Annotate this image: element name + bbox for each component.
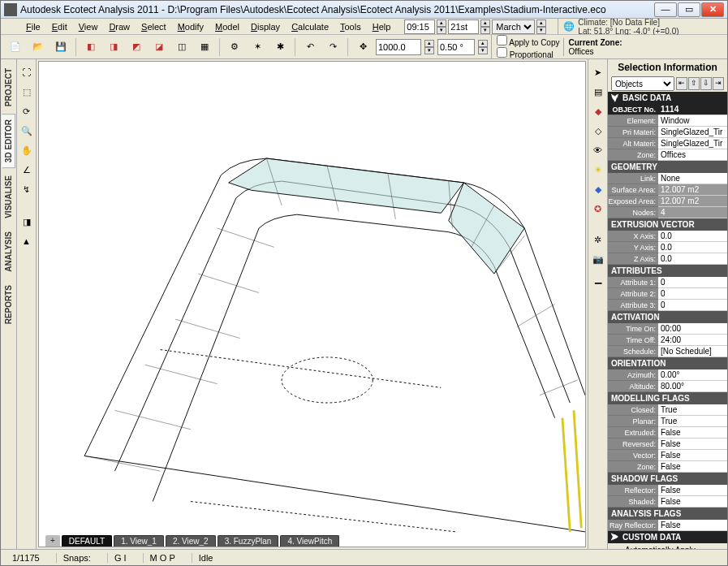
open-button[interactable]: 📂 bbox=[28, 37, 48, 57]
close-button[interactable]: ✕ bbox=[701, 2, 724, 17]
page-tab-reports[interactable]: REPORTS bbox=[2, 279, 15, 330]
tool-button[interactable]: ◧ bbox=[81, 37, 101, 57]
menu-select[interactable]: Select bbox=[136, 20, 172, 33]
axes-button[interactable]: ↯ bbox=[19, 181, 35, 197]
panel-button[interactable]: 📷 bbox=[590, 251, 606, 267]
page-tab-analysis[interactable]: ANALYSIS bbox=[2, 226, 15, 278]
last-button[interactable]: ⇥ bbox=[713, 77, 724, 90]
section-basic[interactable]: ⮟BASIC DATA bbox=[608, 92, 727, 104]
minimize-button[interactable]: — bbox=[654, 2, 677, 17]
tool-button[interactable]: ◩ bbox=[127, 37, 146, 57]
section-activation[interactable]: ACTIVATION bbox=[608, 311, 727, 323]
move-button[interactable]: ✥ bbox=[353, 37, 373, 57]
panel-button[interactable]: ▤ bbox=[590, 84, 606, 100]
time-input[interactable] bbox=[404, 19, 435, 34]
panel-button[interactable]: ◆ bbox=[590, 181, 606, 197]
distance-input[interactable] bbox=[376, 39, 421, 55]
redo-button[interactable]: ↷ bbox=[323, 37, 342, 57]
fit-button[interactable]: ⛶ bbox=[19, 64, 35, 80]
menu-help[interactable]: Help bbox=[367, 20, 397, 33]
3d-viewport[interactable]: + DEFAULT 1. View_12. View_23. FuzzyPlan… bbox=[38, 61, 586, 547]
element-value[interactable]: Window bbox=[658, 115, 727, 127]
spin-up[interactable]: ▴ bbox=[536, 19, 546, 27]
spin-up[interactable]: ▴ bbox=[480, 19, 490, 27]
measure-button[interactable]: ∠ bbox=[19, 162, 35, 178]
menu-file[interactable]: File bbox=[20, 20, 46, 33]
tool-button[interactable]: ⚙ bbox=[225, 37, 244, 57]
pan-button[interactable]: ✋ bbox=[19, 142, 35, 158]
panel-button[interactable]: ✲ bbox=[590, 231, 606, 248]
spin-down[interactable]: ▾ bbox=[536, 27, 546, 34]
section-attributes[interactable]: ATTRIBUTES bbox=[608, 265, 727, 277]
zoom-button[interactable]: 🔍 bbox=[19, 123, 35, 139]
tool-button[interactable]: ◫ bbox=[172, 37, 192, 57]
page-tab-3d-editor[interactable]: 3D EDITOR bbox=[2, 114, 15, 168]
gear-icon: ✲ bbox=[594, 235, 601, 245]
panel-button[interactable]: ✪ bbox=[590, 201, 606, 217]
section-orientation[interactable]: ORIENTATION bbox=[608, 357, 727, 369]
menu-calculate[interactable]: Calculate bbox=[286, 20, 334, 33]
prev-button[interactable]: ⇧ bbox=[688, 77, 700, 90]
panel-button[interactable]: 👁 bbox=[590, 142, 606, 158]
render-button[interactable]: ▲ bbox=[19, 233, 35, 249]
menu-view[interactable]: View bbox=[73, 20, 104, 33]
gi-toggle[interactable]: G I bbox=[107, 553, 133, 563]
altmat-value[interactable]: SingleGlazed_Tir bbox=[658, 138, 727, 149]
panel-button[interactable]: ◆ bbox=[590, 103, 606, 119]
spin-up[interactable]: ▴ bbox=[437, 19, 446, 27]
spin-down[interactable]: ▾ bbox=[480, 27, 490, 34]
menu-model[interactable]: Model bbox=[209, 20, 245, 33]
svg-line-16 bbox=[517, 305, 555, 327]
page-tab-project[interactable]: PROJECT bbox=[2, 63, 15, 112]
day-input[interactable] bbox=[448, 19, 479, 34]
menu-draw[interactable]: Draw bbox=[103, 20, 136, 33]
pointer-button[interactable]: ➤ bbox=[590, 64, 606, 80]
snaps-label: Snaps: bbox=[56, 553, 97, 563]
panel-button[interactable]: ☀ bbox=[590, 162, 606, 178]
section-custom[interactable]: ⮞CUSTOM DATA bbox=[608, 531, 727, 543]
tool-button[interactable]: ▦ bbox=[195, 37, 214, 57]
proportional-check[interactable]: Proportional bbox=[497, 50, 554, 59]
render-button[interactable]: ◨ bbox=[19, 214, 35, 230]
tool-button[interactable]: ✶ bbox=[248, 37, 267, 57]
section-modelflags[interactable]: MODELLING FLAGS bbox=[608, 392, 727, 404]
maximize-button[interactable]: ▭ bbox=[678, 2, 700, 17]
section-analysisflags[interactable]: ANALYSIS FLAGS bbox=[608, 508, 727, 520]
selection-type-select[interactable]: Objects bbox=[611, 76, 674, 91]
menu-display[interactable]: Display bbox=[245, 20, 286, 33]
save-button[interactable]: 💾 bbox=[51, 37, 71, 57]
spin-down[interactable]: ▾ bbox=[437, 27, 446, 34]
menu-edit[interactable]: Edit bbox=[46, 20, 73, 33]
view-tab[interactable]: 2. View_2 bbox=[166, 535, 216, 547]
panel-button[interactable]: ▁ bbox=[590, 270, 606, 287]
menu-tools[interactable]: Tools bbox=[334, 20, 367, 33]
add-view-tab[interactable]: + bbox=[45, 535, 60, 547]
view-tab[interactable]: 3. FuzzyPlan bbox=[218, 535, 279, 547]
section-shadowflags[interactable]: SHADOW FLAGS bbox=[608, 473, 727, 485]
zone-value[interactable]: Offices bbox=[658, 149, 727, 161]
apply-to-copy-check[interactable]: Apply to Copy bbox=[497, 38, 560, 47]
tool-button[interactable]: ◪ bbox=[149, 37, 169, 57]
panel-button[interactable]: ◇ bbox=[590, 123, 606, 139]
tool-button[interactable]: ◨ bbox=[104, 37, 123, 57]
section-geometry[interactable]: GEOMETRY bbox=[608, 161, 727, 173]
primat-value[interactable]: SingleGlazed_Tir bbox=[658, 127, 727, 138]
next-button[interactable]: ⇩ bbox=[700, 77, 712, 90]
camera-icon: 📷 bbox=[592, 254, 604, 265]
first-button[interactable]: ⇤ bbox=[676, 77, 687, 90]
select-button[interactable]: ⬚ bbox=[19, 84, 35, 100]
angle-input[interactable] bbox=[437, 39, 475, 55]
mop-toggle[interactable]: M O P bbox=[143, 553, 182, 563]
page-tab-visualise[interactable]: VISUALISE bbox=[2, 170, 15, 224]
menu-modify[interactable]: Modify bbox=[172, 20, 209, 33]
section-extrusion[interactable]: EXTRUSION VECTOR bbox=[608, 218, 727, 231]
undo-button[interactable]: ↶ bbox=[300, 37, 320, 57]
viewport-toolbar: ⛶ ⬚ ⟳ 🔍 ✋ ∠ ↯ ◨ ▲ bbox=[17, 59, 37, 549]
orbit-button[interactable]: ⟳ bbox=[19, 103, 35, 119]
tool-button[interactable]: ✱ bbox=[270, 37, 290, 57]
new-button[interactable]: 📄 bbox=[6, 37, 25, 57]
view-tab[interactable]: 1. View_1 bbox=[114, 535, 164, 547]
month-select[interactable]: March bbox=[492, 19, 535, 34]
view-tab[interactable]: 4. ViewPitch bbox=[280, 535, 339, 547]
view-tab[interactable]: DEFAULT bbox=[62, 535, 112, 547]
